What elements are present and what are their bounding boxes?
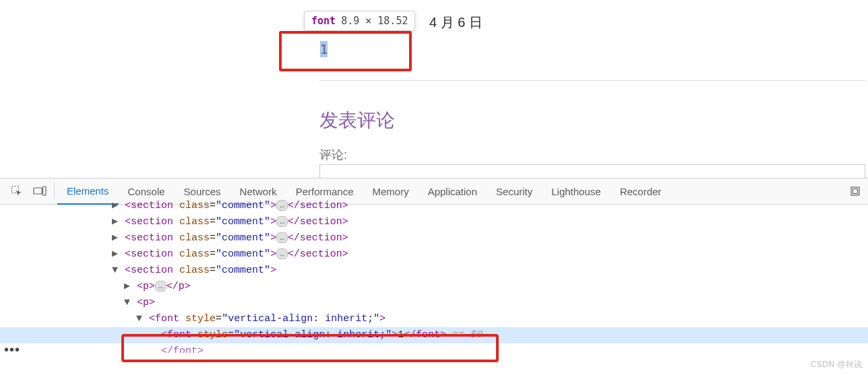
dom-line[interactable]: ▼ <section class="comment">	[0, 263, 868, 279]
dom-line[interactable]: ▼ <font style="vertical-align: inherit;"…	[0, 311, 868, 327]
watermark: CSDN @秋说	[810, 359, 863, 370]
dom-line[interactable]: ▶ <section class="comment">…</section>	[0, 214, 868, 230]
page-date-text: 4 月 6 日	[429, 13, 483, 32]
divider	[319, 80, 865, 81]
more-indicator[interactable]: •••	[4, 342, 20, 358]
annotation-highlight-2	[121, 334, 499, 362]
inspector-tooltip: font 8.9 × 18.52	[304, 11, 415, 31]
svg-rect-1	[34, 188, 42, 194]
comment-label: 评论:	[319, 147, 347, 163]
dom-line[interactable]: ▼ <p>	[0, 295, 868, 311]
comment-textarea[interactable]	[319, 164, 865, 178]
tab-application[interactable]: Application	[418, 178, 487, 205]
dom-tree[interactable]: ▶ <section class="comment">…</section> ▶…	[0, 205, 868, 353]
tab-memory[interactable]: Memory	[363, 178, 418, 205]
dom-line[interactable]: ▶ <section class="comment">…</section>	[0, 246, 868, 263]
svg-rect-4	[853, 189, 858, 194]
tab-recorder[interactable]: Recorder	[611, 178, 671, 205]
svg-rect-3	[851, 187, 859, 195]
device-toolbar-icon[interactable]	[32, 184, 47, 199]
inspect-element-icon[interactable]	[9, 184, 24, 199]
tab-separator	[54, 183, 55, 199]
dom-line[interactable]: ▶ <p>…</p>	[0, 279, 868, 295]
svg-rect-2	[43, 186, 46, 195]
dom-line[interactable]: ▶ <section class="comment">…</section>	[0, 230, 868, 246]
annotation-highlight-1	[279, 31, 412, 71]
tab-security[interactable]: Security	[487, 178, 542, 205]
tooltip-tag-name: font	[311, 15, 336, 27]
recorder-extra-icon[interactable]	[848, 184, 863, 199]
tab-lighthouse[interactable]: Lighthouse	[542, 178, 610, 205]
tooltip-dimensions: 8.9 × 18.52	[341, 15, 408, 27]
rendered-page: font 8.9 × 18.52 1 4 月 6 日 发表评论 评论:	[0, 0, 868, 178]
comment-heading: 发表评论	[319, 108, 395, 133]
